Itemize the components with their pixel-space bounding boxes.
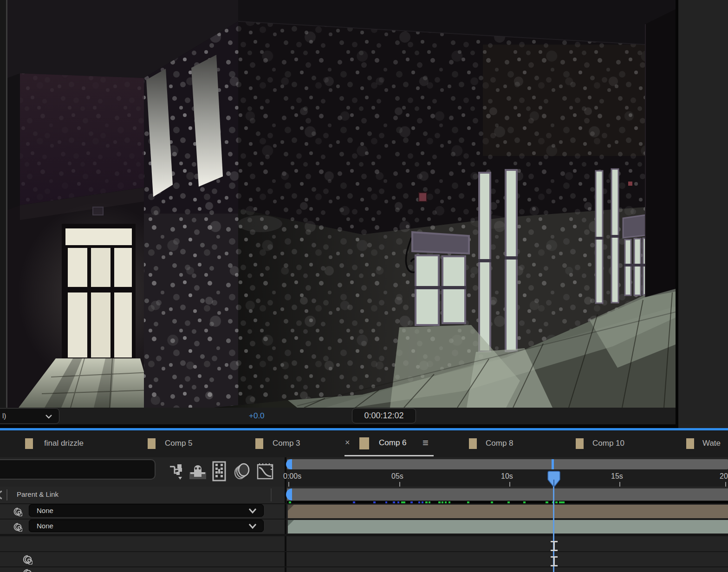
composition-viewer: l) [0, 0, 676, 428]
navigator-start-handle[interactable] [286, 459, 292, 469]
pickwhip-spiral-icon[interactable] [22, 568, 32, 572]
chevron-down-icon [248, 507, 257, 514]
tab-label: final drizzle [44, 439, 84, 448]
partial-column-icon [0, 490, 5, 500]
time-ruler[interactable]: 0:00s 05s 10s 15s 20 [286, 469, 728, 487]
filmstrip-icon[interactable] [210, 461, 228, 481]
layer-bar-1[interactable] [288, 505, 728, 518]
parent-dropdown-1[interactable]: None [29, 504, 264, 517]
after-effects-window: l) [0, 0, 728, 572]
tab-label: Wate [702, 439, 721, 448]
timeline-column-header-row: Parent & Link [0, 487, 728, 503]
timeline-toolbar: 0:00s 05s 10s 15s 20 [0, 457, 728, 487]
layer-bar-2[interactable] [288, 520, 728, 533]
layer-row-4[interactable] [0, 552, 728, 566]
tab-label: Comp 8 [486, 439, 514, 448]
pickwhip-spiral-icon[interactable] [13, 507, 22, 516]
ruler-label: 10s [501, 472, 513, 481]
exposure-value[interactable]: +0.0 [249, 411, 265, 421]
tab-menu-icon[interactable]: ≡ [422, 437, 429, 449]
scene-right-shadow [645, 9, 676, 297]
viewer-left-edge [6, 0, 7, 408]
parent-value: None [37, 507, 53, 514]
comp-swatch [686, 438, 694, 449]
motion-blur-icon[interactable] [232, 462, 252, 481]
timeline-tab-bar: final drizzle Comp 5 Comp 3 × Comp 6 ≡ C… [0, 430, 728, 457]
comp-swatch [25, 438, 33, 449]
ibeam-cursor [551, 541, 558, 551]
viewer-toolbar: l) [0, 408, 676, 424]
timecode-value: 0:00:12:02 [364, 411, 403, 420]
composition-scene[interactable] [0, 0, 676, 408]
comp-swatch [576, 438, 584, 449]
magnification-dropdown[interactable]: l) [0, 408, 59, 424]
comp-swatch [255, 438, 263, 449]
layer-in-notch [288, 520, 294, 526]
layer-row-3[interactable] [0, 536, 728, 551]
layer-row-5[interactable] [0, 567, 728, 572]
timeline-navigator-bar[interactable] [287, 459, 728, 469]
layer-in-notch [288, 505, 294, 511]
flowchart-icon[interactable] [167, 463, 185, 481]
shy-ghost-icon[interactable] [188, 463, 208, 481]
ruler-label: 15s [611, 472, 623, 481]
pickwhip-spiral-icon[interactable] [22, 554, 32, 565]
ruler-label: 20 [720, 472, 728, 481]
tab-label: Comp 10 [592, 439, 624, 448]
preview-panel: Info Preview Shortcut Option+N Include: … [678, 0, 728, 428]
scene-corner-wall [139, 19, 241, 408]
comp-swatch [359, 437, 369, 449]
scene-right-wall-upper [232, 19, 650, 237]
scene-lit-doorway-left [62, 224, 136, 361]
layer-row-2[interactable]: None [0, 520, 728, 534]
red-sign-small [628, 182, 632, 186]
magnification-value: l) [2, 412, 6, 420]
tab-label: Comp 5 [165, 439, 193, 448]
ruler-label: 0:00s [283, 472, 301, 481]
active-tab-underline [344, 455, 434, 456]
layer-row-1[interactable]: None [0, 504, 728, 519]
chevron-down-icon [248, 523, 257, 529]
scene-left-wall [20, 70, 145, 209]
comp-swatch [148, 438, 156, 449]
ibeam-cursor [551, 556, 558, 566]
work-area-start-handle[interactable] [286, 488, 292, 500]
chevron-down-icon [45, 414, 52, 419]
graph-editor-icon[interactable] [255, 462, 275, 481]
parent-value: None [37, 522, 53, 530]
parent-link-header[interactable]: Parent & Link [17, 490, 58, 498]
work-area-bar[interactable] [287, 488, 728, 500]
playhead-head[interactable] [547, 470, 560, 487]
ruler-label: 05s [391, 472, 403, 481]
tab-label: Comp 6 [379, 438, 407, 448]
red-sign [419, 193, 427, 202]
navigator-playhead-tick [552, 459, 554, 469]
timeline-search-input[interactable] [0, 459, 156, 480]
timecode-field[interactable]: 0:00:12:02 [352, 408, 416, 423]
pickwhip-spiral-icon[interactable] [13, 522, 22, 532]
tab-label: Comp 3 [273, 439, 300, 448]
timeline-panel: final drizzle Comp 5 Comp 3 × Comp 6 ≡ C… [0, 430, 728, 572]
parent-dropdown-2[interactable]: None [29, 520, 264, 532]
viewer-bottom-strip [0, 424, 676, 428]
close-icon[interactable]: × [345, 438, 350, 448]
comp-swatch [469, 438, 477, 449]
